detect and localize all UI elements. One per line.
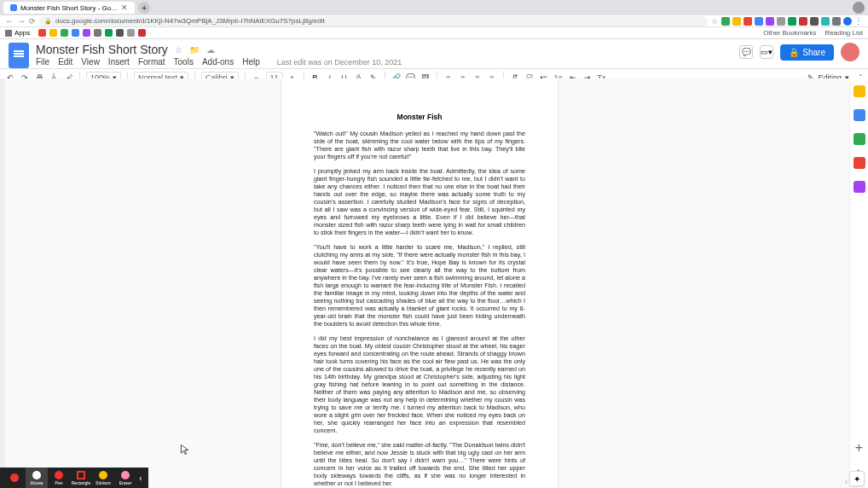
menu-addons[interactable]: Add-ons (202, 57, 234, 67)
menu-bar: File Edit View Insert Format Tools Add-o… (36, 57, 402, 67)
bookmark-icon[interactable] (61, 29, 68, 37)
bookmark-icon[interactable] (72, 29, 79, 37)
menu-help[interactable]: Help (242, 57, 260, 67)
ext-icon[interactable] (832, 17, 841, 26)
document-canvas[interactable]: Monster Fish "Watch out!" My cousin Madi… (0, 78, 849, 488)
star-icon[interactable]: ☆ (175, 45, 182, 55)
ext-icon[interactable] (799, 17, 807, 26)
forward-icon[interactable]: → (17, 16, 26, 26)
ext-icon[interactable] (777, 17, 785, 26)
share-label: Share (802, 48, 825, 57)
other-bookmarks-button[interactable]: Other Bookmarks (763, 29, 816, 37)
anno-label: Mouse (30, 480, 43, 485)
bookmark-icon[interactable] (38, 29, 46, 37)
comment-history-icon[interactable]: 💬 (739, 45, 753, 59)
menu-format[interactable]: Format (138, 57, 165, 67)
paragraph[interactable]: "You'll have to work a little harder to … (314, 243, 525, 328)
anno-label: Eraser (119, 480, 132, 485)
calendar-icon[interactable] (854, 85, 865, 97)
ext-icon[interactable] (721, 17, 730, 26)
lock-icon: 🔒 (789, 48, 799, 57)
left-outline-strip[interactable] (0, 78, 5, 468)
bookmark-icon[interactable] (94, 29, 101, 37)
anno-label: Rectangle (72, 480, 91, 485)
window-control-icon[interactable] (853, 2, 865, 14)
new-tab-button[interactable]: + (138, 2, 150, 14)
add-addon-icon[interactable]: + (854, 440, 865, 452)
ext-icon[interactable] (766, 17, 774, 26)
user-avatar[interactable] (841, 43, 859, 61)
present-icon[interactable]: ▭▾ (760, 45, 773, 59)
bookmark-icon[interactable] (127, 29, 135, 37)
menu-tools[interactable]: Tools (174, 57, 194, 67)
extension-icons: ⋮ (721, 17, 863, 26)
ext-icon[interactable] (744, 17, 752, 26)
profile-icon[interactable] (843, 17, 852, 26)
address-bar-row: ← → ⟳ 🔒 docs.google.com/document/d/1KKji… (0, 15, 868, 27)
contacts-icon[interactable] (854, 157, 865, 169)
ext-icon[interactable] (755, 17, 763, 26)
url-text: docs.google.com/document/d/1KKji-N47w3Qm… (55, 17, 325, 25)
anno-record[interactable] (3, 468, 26, 488)
omnibox[interactable]: 🔒 docs.google.com/document/d/1KKji-N47w3… (39, 16, 708, 26)
anno-label: Stickers (95, 480, 111, 485)
pen-icon (55, 471, 63, 479)
anno-collapse-icon[interactable]: ‹ (136, 473, 145, 483)
reading-list-button[interactable]: Reading List (825, 29, 863, 37)
tab-title: Monster Fish Short Story - Go… (20, 4, 118, 12)
bookmarks-bar: Apps Other Bookmarks Reading List (0, 27, 868, 39)
browser-tab-strip: Monster Fish Short Story - Go… ✕ + (0, 0, 868, 15)
ext-icon[interactable] (810, 17, 819, 26)
anno-eraser[interactable]: Eraser (114, 468, 136, 488)
paragraph[interactable]: I promptly jerked my arm back inside the… (314, 167, 525, 236)
menu-dots-icon[interactable]: ⋮ (854, 17, 863, 26)
last-edit-text[interactable]: Last edit was on December 10, 2021 (277, 58, 402, 67)
bookmark-icon[interactable] (83, 29, 90, 37)
docs-header: Monster Fish Short Story ☆ 📁 ☁ File Edit… (0, 39, 868, 68)
tab-close-icon[interactable]: ✕ (121, 3, 128, 12)
ext-icon[interactable] (788, 17, 796, 26)
apps-button[interactable]: Apps (5, 29, 30, 37)
menu-view[interactable]: View (81, 57, 100, 67)
maps-icon[interactable] (854, 181, 865, 193)
tasks-icon[interactable] (854, 133, 865, 145)
refresh-icon[interactable]: ⟳ (29, 17, 36, 26)
document-title[interactable]: Monster Fish Short Story (36, 43, 168, 56)
ext-icon[interactable] (821, 17, 830, 26)
cloud-status-icon[interactable]: ☁ (206, 45, 215, 55)
move-icon[interactable]: 📁 (189, 45, 200, 55)
bookmark-star-icon[interactable]: ☆ (711, 17, 718, 26)
anno-rectangle[interactable]: Rectangle (70, 468, 92, 488)
document-heading[interactable]: Monster Fish (314, 113, 525, 121)
anno-mouse[interactable]: Mouse (26, 468, 48, 488)
lock-icon: 🔒 (44, 18, 52, 25)
bookmark-icon[interactable] (49, 29, 57, 37)
bookmark-icon[interactable] (105, 29, 113, 37)
mouse-cursor-icon (180, 444, 192, 456)
document-page[interactable]: Monster Fish "Watch out!" My cousin Madi… (281, 78, 558, 488)
ext-icon[interactable] (732, 17, 741, 26)
apps-label: Apps (14, 29, 30, 37)
explore-button[interactable]: ✦ (849, 471, 865, 486)
menu-insert[interactable]: Insert (108, 57, 130, 67)
record-icon (10, 473, 19, 482)
paragraph[interactable]: "Fine, don't believe me," she said matte… (314, 441, 525, 487)
anno-pen[interactable]: Pen (48, 468, 70, 488)
docs-favicon (10, 4, 17, 11)
menu-edit[interactable]: Edit (58, 57, 72, 67)
anno-label: Pen (55, 480, 63, 485)
annotation-toolbar: Mouse Pen Rectangle Stickers Eraser ‹ (0, 468, 148, 488)
bookmark-icon[interactable] (116, 29, 124, 37)
mouse-icon (32, 471, 41, 479)
keep-icon[interactable] (854, 109, 865, 121)
back-icon[interactable]: ← (5, 16, 14, 26)
bookmark-icon[interactable] (138, 29, 146, 37)
scroll-right-icon[interactable]: › (845, 478, 848, 486)
paragraph[interactable]: "Watch out!" My cousin Madison yelled as… (314, 130, 525, 160)
anno-stickers[interactable]: Stickers (92, 468, 114, 488)
menu-file[interactable]: File (36, 57, 49, 67)
share-button[interactable]: 🔒 Share (780, 44, 834, 61)
docs-logo-icon[interactable] (9, 43, 29, 68)
paragraph[interactable]: I did my best impression of nonchalance … (314, 334, 525, 434)
browser-tab[interactable]: Monster Fish Short Story - Go… ✕ (3, 2, 135, 14)
